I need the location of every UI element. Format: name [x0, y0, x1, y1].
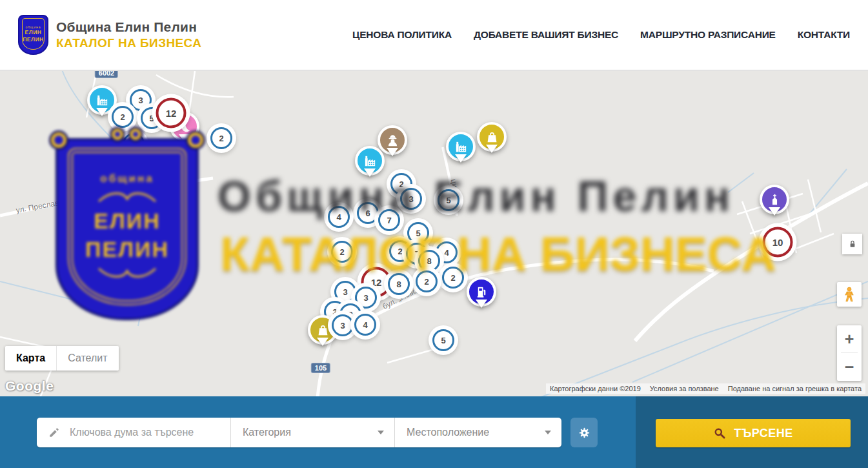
- search-form: Категория Местоположение: [37, 418, 561, 447]
- map-pin-marker-worker[interactable]: [378, 125, 407, 155]
- map-cluster-marker[interactable]: 2: [331, 241, 353, 263]
- satellite-view-button[interactable]: Сателит: [57, 346, 118, 371]
- map-cluster-marker[interactable]: 4: [328, 206, 350, 228]
- map-cluster-marker[interactable]: 3: [400, 188, 422, 210]
- map-pin-marker-bag[interactable]: [477, 122, 507, 152]
- nav-item-contacts[interactable]: КОНТАКТИ: [798, 29, 850, 41]
- keyword-field: [37, 418, 231, 447]
- search-button[interactable]: ТЪРСЕНЕ: [656, 419, 851, 447]
- category-dropdown-label: Категория: [243, 427, 291, 438]
- category-dropdown[interactable]: Категория: [231, 418, 395, 447]
- lock-button[interactable]: [842, 234, 862, 254]
- crest-name-line2: ПЕЛИН: [23, 36, 44, 43]
- map-cluster-marker[interactable]: 2: [210, 127, 232, 149]
- search-icon: [713, 427, 726, 440]
- map-pin-marker-factory[interactable]: [446, 132, 476, 161]
- logo-text: Община Елин Пелин КАТАЛОГ НА БИЗНЕСА: [56, 19, 201, 50]
- crest-name-line1: ЕЛИН: [25, 29, 42, 36]
- site-logo[interactable]: община ЕЛИН ПЕЛИН Община Елин Пелин КАТА…: [18, 15, 201, 55]
- settings-button[interactable]: [570, 418, 598, 447]
- gear-icon: [578, 426, 591, 440]
- map-cluster-marker[interactable]: 3: [332, 314, 354, 336]
- site-subtitle: КАТАЛОГ НА БИЗНЕСА: [56, 36, 201, 50]
- pegman-streetview-button[interactable]: [837, 282, 862, 307]
- map-cluster-marker[interactable]: 8: [388, 273, 410, 295]
- search-button-label: ТЪРСЕНЕ: [734, 427, 793, 440]
- map-cluster-marker[interactable]: 2: [442, 267, 464, 289]
- map-pin-marker-factory[interactable]: [87, 85, 117, 115]
- map-cluster-marker[interactable]: 3: [334, 281, 356, 303]
- pencil-icon: [48, 427, 60, 438]
- map-cluster-marker[interactable]: 4: [354, 314, 376, 336]
- map-canvas[interactable]: 6002105ул. Преславбул. „Новоселци 232512…: [0, 71, 868, 396]
- map-view-button[interactable]: Карта: [5, 346, 57, 371]
- zoom-in-button[interactable]: +: [837, 325, 862, 352]
- map-type-control: Карта Сателит: [5, 346, 119, 371]
- map-cluster-marker[interactable]: 7: [378, 209, 400, 231]
- map-attribution: Картографски данни ©2019 Условия за полз…: [546, 383, 865, 394]
- map-pin-marker-church[interactable]: [760, 185, 789, 214]
- chevron-down-icon: [378, 431, 384, 438]
- map-cluster-marker[interactable]: 2: [123, 133, 145, 155]
- location-dropdown[interactable]: Местоположение: [395, 418, 561, 447]
- nav-item-route-schedule[interactable]: МАРШРУТНО РАЗПИСАНИЕ: [640, 29, 776, 41]
- map-cluster-marker[interactable]: 2: [416, 270, 438, 292]
- page: община ЕЛИН ПЕЛИН Община Елин Пелин КАТА…: [0, 0, 868, 468]
- map-cluster-marker[interactable]: 5: [432, 329, 454, 351]
- google-logo[interactable]: Google: [5, 378, 54, 394]
- municipality-crest-logo: община ЕЛИН ПЕЛИН: [18, 15, 48, 55]
- map-cluster-marker[interactable]: 12: [156, 98, 187, 128]
- main-nav: ЦЕНОВА ПОЛИТИКА ДОБАВЕТЕ ВАШИЯТ БИЗНЕС М…: [352, 29, 850, 41]
- pegman-icon: [841, 285, 858, 303]
- map-zoom-control: + −: [837, 325, 862, 381]
- keyword-search-input[interactable]: [68, 426, 230, 439]
- lock-icon: [847, 239, 858, 249]
- map-cluster-marker[interactable]: 8: [418, 250, 440, 272]
- terms-of-use-link[interactable]: Условия за ползване: [650, 385, 719, 392]
- map-cluster-marker[interactable]: 5: [438, 189, 459, 211]
- map-cluster-marker[interactable]: 3: [355, 287, 377, 309]
- report-map-error-link[interactable]: Подаване на сигнал за грешка в картата: [728, 385, 862, 392]
- location-dropdown-label: Местоположение: [407, 427, 489, 438]
- search-bar: Категория Местоположение ТЪРСЕНЕ: [0, 396, 868, 468]
- zoom-out-button[interactable]: −: [837, 353, 862, 380]
- site-title: Община Елин Пелин: [56, 19, 201, 35]
- map-cluster-marker[interactable]: 6: [357, 202, 379, 224]
- nav-item-pricing[interactable]: ЦЕНОВА ПОЛИТИКА: [352, 29, 452, 41]
- site-header: община ЕЛИН ПЕЛИН Община Елин Пелин КАТА…: [0, 0, 868, 71]
- map-cluster-marker[interactable]: 5: [407, 222, 429, 244]
- chevron-down-icon: [545, 431, 551, 438]
- map-copyright-text: Картографски данни ©2019: [550, 385, 641, 392]
- map-pin-marker-fuel[interactable]: [467, 277, 496, 307]
- map-cluster-marker[interactable]: 2: [112, 106, 134, 128]
- map-cluster-marker[interactable]: 10: [763, 227, 793, 258]
- map-pin-marker-factory[interactable]: [355, 146, 385, 176]
- nav-item-add-business[interactable]: ДОБАВЕТЕ ВАШИЯТ БИЗНЕС: [474, 29, 618, 41]
